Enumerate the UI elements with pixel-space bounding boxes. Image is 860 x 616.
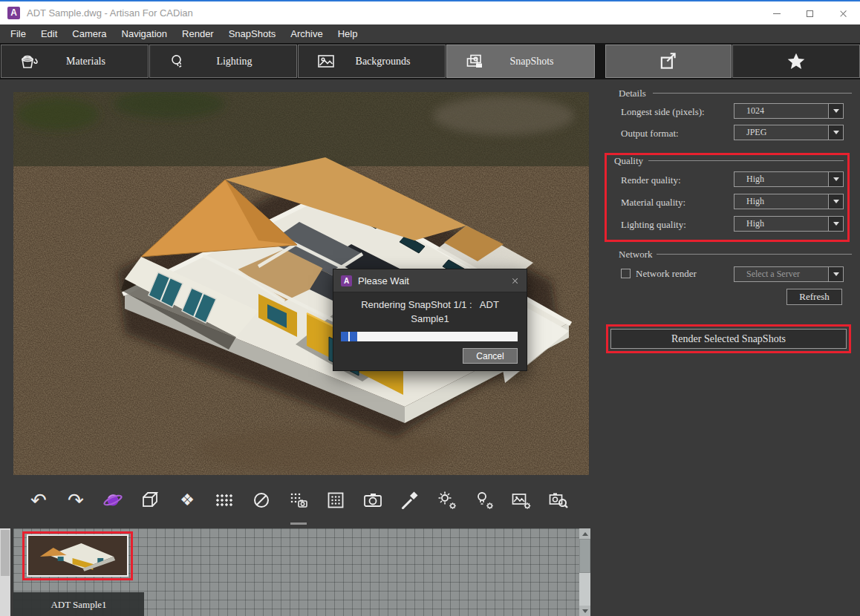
app-logo-icon: A xyxy=(7,7,20,19)
cancel-button[interactable]: Cancel xyxy=(463,348,518,364)
left-scrollbar[interactable] xyxy=(0,528,10,616)
server-dropdown[interactable]: Select a Server xyxy=(734,266,844,282)
render-snapshot-icon[interactable] xyxy=(280,481,317,520)
pattern-quad-icon[interactable]: ❖ xyxy=(169,481,206,520)
menu-item-snapshots[interactable]: SnapShots xyxy=(221,24,284,43)
network-render-checkbox[interactable] xyxy=(621,269,631,278)
snapshot-toolbar: ↶ ↷ ❖ xyxy=(20,481,577,520)
quad-glyph: ❖ xyxy=(180,492,195,508)
view-cube-icon[interactable] xyxy=(131,481,169,520)
minimize-button[interactable] xyxy=(760,3,793,24)
render-selected-snapshots-button[interactable]: Render Selected SnapShots xyxy=(610,329,847,349)
longest-side-dropdown[interactable]: 1024 xyxy=(734,103,844,119)
scroll-down-icon[interactable] xyxy=(579,606,590,616)
chevron-down-icon[interactable] xyxy=(828,104,843,118)
material-quality-label: Material quality: xyxy=(621,197,685,209)
thumbnail-annotation-box xyxy=(22,531,133,580)
light-gear-icon[interactable] xyxy=(466,481,503,520)
redo-icon[interactable]: ↷ xyxy=(57,481,94,520)
menu-item-camera[interactable]: Camera xyxy=(65,24,114,43)
close-icon xyxy=(839,10,847,18)
status-line-1: Rendering SnapShot 1/1 : ADT xyxy=(361,299,499,310)
output-format-dropdown[interactable]: JPEG xyxy=(734,125,844,140)
tab-materials[interactable]: Materials xyxy=(1,45,149,78)
minimize-icon xyxy=(773,13,781,15)
quality-group-title: Quality xyxy=(614,155,643,167)
redo-glyph: ↷ xyxy=(68,491,84,510)
details-group-line xyxy=(653,93,852,94)
camera-icon[interactable] xyxy=(354,481,391,520)
tab-label: Lighting xyxy=(187,56,296,68)
app-logo-icon: A xyxy=(341,275,352,286)
dropdown-value: Select a Server xyxy=(734,267,828,281)
chevron-down-icon[interactable] xyxy=(828,267,843,281)
menu-item-navigation[interactable]: Navigation xyxy=(114,24,175,43)
refresh-button[interactable]: Refresh xyxy=(786,289,842,305)
menu-item-file[interactable]: File xyxy=(3,24,33,43)
dropdown-value: High xyxy=(734,172,828,186)
camera-search-icon[interactable] xyxy=(540,481,577,520)
material-quality-dropdown[interactable]: High xyxy=(734,194,844,209)
dialog-close-icon[interactable] xyxy=(512,277,518,284)
undo-glyph: ↶ xyxy=(30,491,47,510)
thumbnail-scrollbar[interactable] xyxy=(579,528,590,616)
scrollbar-thumb[interactable] xyxy=(579,539,590,573)
snapshot-browser[interactable]: ADT Sample1 xyxy=(13,528,590,616)
menu-item-archive[interactable]: Archive xyxy=(283,24,330,43)
export-button[interactable] xyxy=(605,45,732,78)
details-group-title: Details xyxy=(619,88,646,99)
pattern-grid-icon[interactable] xyxy=(206,481,243,520)
chevron-down-icon[interactable] xyxy=(828,217,843,231)
progress-fill xyxy=(341,332,359,341)
maximize-icon xyxy=(807,10,813,17)
render-progress-bar xyxy=(341,332,518,341)
lighting-quality-label: Lighting quality: xyxy=(621,219,686,231)
favorites-button[interactable] xyxy=(732,45,860,78)
scrollbar-thumb[interactable] xyxy=(1,530,10,576)
lighting-quality-dropdown[interactable]: High xyxy=(734,216,844,232)
network-render-label: Network render xyxy=(636,268,697,280)
title-bar: A ADT Sample.dwg - Artisan For CADian xyxy=(0,0,860,24)
menu-item-edit[interactable]: Edit xyxy=(33,24,65,43)
dropdown-value: High xyxy=(734,217,828,231)
please-wait-dialog: A Please Wait Rendering SnapShot 1/1 : A… xyxy=(333,269,527,371)
app-window: A ADT Sample.dwg - Artisan For CADian Fi… xyxy=(0,0,860,616)
quality-group-line xyxy=(648,160,844,161)
tab-label: Backgrounds xyxy=(336,56,445,68)
active-tool-indicator xyxy=(290,522,307,525)
chevron-down-icon[interactable] xyxy=(828,172,843,186)
tab-snapshots[interactable]: SnapShots xyxy=(446,45,595,78)
chevron-down-icon[interactable] xyxy=(828,194,843,209)
status-line-2: Sample1 xyxy=(411,313,449,324)
eyedropper-icon[interactable] xyxy=(391,481,429,520)
light-bulb-icon xyxy=(168,52,187,71)
dialog-title-bar[interactable]: A Please Wait xyxy=(333,269,527,292)
no-material-icon[interactable] xyxy=(243,481,280,520)
background-image-icon xyxy=(316,52,336,71)
menu-item-render[interactable]: Render xyxy=(175,24,221,43)
maximize-button[interactable] xyxy=(793,3,827,24)
material-planet-icon[interactable] xyxy=(94,481,131,520)
network-group-title: Network xyxy=(619,249,653,261)
window-title: ADT Sample.dwg - Artisan For CADian xyxy=(27,1,193,24)
tab-label: Materials xyxy=(39,56,148,68)
undo-icon[interactable]: ↶ xyxy=(20,481,57,520)
grid-frame-icon[interactable] xyxy=(317,481,354,520)
scroll-up-icon[interactable] xyxy=(579,528,590,539)
menu-bar: File Edit Camera Navigation Render SnapS… xyxy=(0,24,860,43)
snapshots-icon xyxy=(465,52,484,71)
chevron-down-icon[interactable] xyxy=(828,125,843,140)
image-gear-icon[interactable] xyxy=(503,481,540,520)
render-quality-label: Render quality: xyxy=(621,174,681,186)
render-quality-dropdown[interactable]: High xyxy=(734,171,844,187)
dropdown-value: 1024 xyxy=(734,104,828,118)
tab-backgrounds[interactable]: Backgrounds xyxy=(298,45,446,78)
sun-settings-icon[interactable] xyxy=(429,481,466,520)
output-format-label: Output format: xyxy=(621,128,679,140)
dropdown-value: High xyxy=(734,194,828,209)
menu-item-help[interactable]: Help xyxy=(330,24,365,43)
longest-side-label: Longest side (pixels): xyxy=(621,106,705,118)
tab-lighting[interactable]: Lighting xyxy=(149,45,297,78)
network-group-line xyxy=(657,254,852,255)
close-button[interactable] xyxy=(827,3,860,24)
